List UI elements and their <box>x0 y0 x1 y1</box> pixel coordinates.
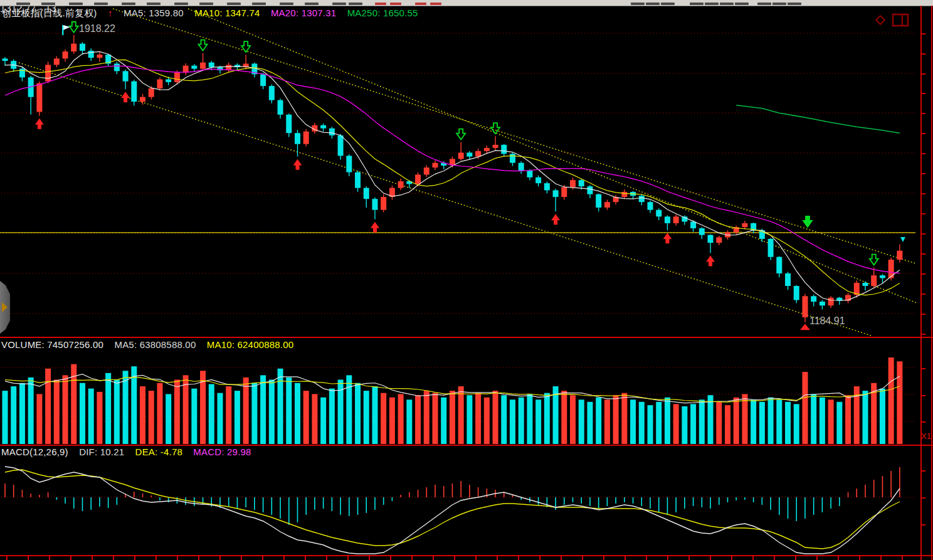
candle[interactable] <box>131 82 137 102</box>
candle[interactable] <box>303 132 309 144</box>
candle[interactable] <box>811 296 816 302</box>
volume-bar[interactable] <box>105 373 111 444</box>
candle[interactable] <box>174 73 180 82</box>
volume-bar[interactable] <box>123 371 129 444</box>
volume-bar[interactable] <box>149 391 154 444</box>
volume-bar[interactable] <box>54 379 60 444</box>
volume-bar[interactable] <box>303 391 309 444</box>
candle[interactable] <box>278 100 283 115</box>
volume-bar[interactable] <box>725 405 730 444</box>
volume-bar[interactable] <box>897 361 902 444</box>
volume-bar[interactable] <box>286 378 292 444</box>
volume-bar[interactable] <box>501 395 507 444</box>
volume-bar[interactable] <box>630 399 636 444</box>
candle[interactable] <box>458 152 464 159</box>
diamond-icon[interactable] <box>874 14 887 26</box>
candle[interactable] <box>433 163 438 168</box>
candle[interactable] <box>493 145 498 148</box>
volume-bar[interactable] <box>415 395 421 444</box>
volume-bar[interactable] <box>579 399 584 444</box>
candle[interactable] <box>415 174 421 184</box>
volume-bar[interactable] <box>836 402 842 444</box>
volume-bar[interactable] <box>19 383 25 444</box>
volume-bar[interactable] <box>458 386 464 444</box>
candle[interactable] <box>97 55 102 58</box>
candle[interactable] <box>665 216 670 223</box>
volume-bar[interactable] <box>166 394 171 444</box>
volume-bar[interactable] <box>140 386 145 444</box>
candle[interactable] <box>690 221 696 228</box>
volume-bar[interactable] <box>355 383 361 444</box>
volume-bar[interactable] <box>28 378 34 444</box>
candle[interactable] <box>45 65 51 81</box>
candle[interactable] <box>768 239 774 257</box>
volume-bar[interactable] <box>450 391 455 444</box>
candle[interactable] <box>88 51 94 58</box>
volume-bar[interactable] <box>544 393 550 444</box>
candle[interactable] <box>320 125 326 129</box>
split-window-icon[interactable] <box>892 13 909 27</box>
volume-bar[interactable] <box>596 398 601 444</box>
volume-bar[interactable] <box>260 375 266 444</box>
candle[interactable] <box>80 44 85 51</box>
volume-bar[interactable] <box>209 384 214 444</box>
volume-bar[interactable] <box>587 402 593 444</box>
volume-bar[interactable] <box>441 398 446 444</box>
volume-bar[interactable] <box>716 402 722 444</box>
candle[interactable] <box>794 286 799 300</box>
volume-bar[interactable] <box>639 402 645 444</box>
volume-bar[interactable] <box>406 399 412 444</box>
candle[interactable] <box>36 83 42 112</box>
candle[interactable] <box>716 237 722 243</box>
volume-bar[interactable] <box>751 399 756 444</box>
volume-bar[interactable] <box>269 379 275 444</box>
candle[interactable] <box>897 251 902 260</box>
volume-bar[interactable] <box>243 378 249 444</box>
volume-bar[interactable] <box>863 391 868 444</box>
candle[interactable] <box>123 71 129 81</box>
candle[interactable] <box>140 97 145 102</box>
candle[interactable] <box>510 154 515 162</box>
volume-bar[interactable] <box>484 398 490 444</box>
volume-bar[interactable] <box>493 391 498 444</box>
candle[interactable] <box>776 257 782 273</box>
volume-bar[interactable] <box>510 399 515 444</box>
candle[interactable] <box>871 275 877 286</box>
volume-bar[interactable] <box>467 395 472 444</box>
candle[interactable] <box>699 228 705 235</box>
volume-bar[interactable] <box>389 398 395 444</box>
volume-bar[interactable] <box>97 392 102 444</box>
volume-bar[interactable] <box>820 398 825 444</box>
candle[interactable] <box>381 197 386 210</box>
candle[interactable] <box>880 275 885 278</box>
candle[interactable] <box>673 216 679 223</box>
volume-bar[interactable] <box>845 395 851 444</box>
candle[interactable] <box>587 186 593 194</box>
volume-bar[interactable] <box>475 393 481 444</box>
candle[interactable] <box>519 163 524 171</box>
volume-bar[interactable] <box>519 398 524 444</box>
candle[interactable] <box>157 80 162 88</box>
volume-bar[interactable] <box>251 383 257 444</box>
candle[interactable] <box>149 88 154 97</box>
candle[interactable] <box>570 180 576 187</box>
volume-bar[interactable] <box>527 394 532 444</box>
candle[interactable] <box>260 74 266 86</box>
candle[interactable] <box>3 58 8 61</box>
volume-bar[interactable] <box>174 379 180 444</box>
candle[interactable] <box>467 152 472 156</box>
volume-bar[interactable] <box>346 375 352 444</box>
volume-bar[interactable] <box>734 398 739 444</box>
candle[interactable] <box>63 51 68 58</box>
candle[interactable] <box>820 302 825 305</box>
candle[interactable] <box>424 167 430 174</box>
volume-bar[interactable] <box>218 393 223 444</box>
volume-bar[interactable] <box>80 383 85 444</box>
candle[interactable] <box>639 196 645 202</box>
volume-bar[interactable] <box>794 404 799 444</box>
candle[interactable] <box>329 129 335 135</box>
volume-bar[interactable] <box>372 386 377 444</box>
volume-bar[interactable] <box>381 393 386 444</box>
volume-bar[interactable] <box>235 391 240 444</box>
candle[interactable] <box>544 183 550 190</box>
